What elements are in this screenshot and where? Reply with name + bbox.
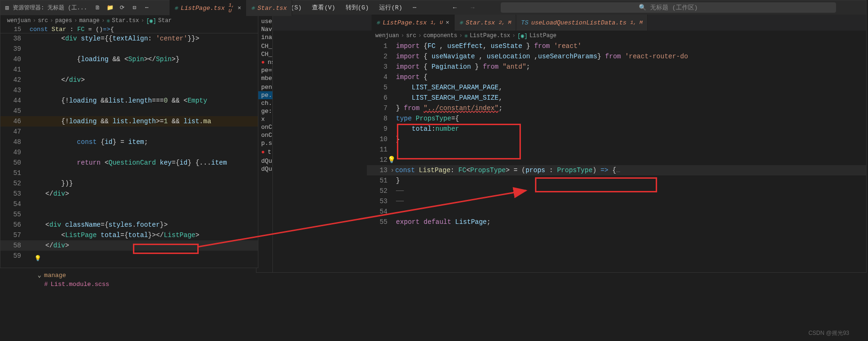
- code-line[interactable]: 5 LIST_SEARCH_PARAM_PAGE,: [367, 82, 866, 93]
- code-line[interactable]: 54: [367, 206, 866, 217]
- more-icon[interactable]: ⋯: [141, 3, 152, 13]
- code-line[interactable]: 53 </div>: [0, 189, 258, 199]
- new-folder-icon[interactable]: 📁: [105, 3, 115, 13]
- code-line[interactable]: 44 {!loading &&list.length===0 && <Empty: [0, 95, 258, 106]
- code-line[interactable]: 52 })}: [0, 178, 258, 189]
- code-line[interactable]: 46 {!loading && list.length>=1 && list.m…: [0, 116, 258, 127]
- code-line[interactable]: 42 </div>: [0, 75, 258, 85]
- code-line[interactable]: 45: [0, 106, 258, 116]
- react-file-icon: ⚛: [251, 4, 255, 12]
- more-icon[interactable]: ⋯: [413, 4, 417, 11]
- tab-star[interactable]: ⚛ Star.tsx: [246, 0, 292, 16]
- left-editor[interactable]: 38 <div style={{textAlign: 'center'}}>39…: [0, 33, 258, 261]
- search-icon: 🔍: [639, 4, 646, 11]
- symbol-icon: [◉]: [518, 32, 528, 40]
- left-tab-row: ⚛ ListPage.tsx 1, U × ⚛ Star.tsx: [170, 0, 292, 16]
- code-line[interactable]: 58 </div>: [0, 240, 258, 251]
- code-line[interactable]: 57 <ListPage total={total}></ListPage>: [0, 230, 258, 240]
- code-line[interactable]: 2import { useNavigate , useLocation ,use…: [367, 51, 866, 62]
- right-editor-pane: 选择(S) 查看(V) 转到(G) 运行(R) ⋯ ← → 🔍 无标题 (工作区…: [272, 0, 867, 273]
- code-line[interactable]: 8type PropsType={: [367, 113, 866, 124]
- code-line[interactable]: 48 const {id} = item;: [0, 137, 258, 147]
- code-line[interactable]: 1import {FC , useEffect, useState } from…: [367, 41, 866, 51]
- annotation-box-propstype: [397, 124, 521, 159]
- code-line[interactable]: 55export default ListPage;: [367, 217, 866, 227]
- code-line[interactable]: 40 {loading && <Spin></Spin>}: [0, 54, 258, 64]
- explorer-title: 资源管理器: 无标题 (工...: [13, 4, 87, 12]
- code-line[interactable]: 51: [0, 168, 258, 178]
- code-line[interactable]: 50 return <QuestionCard key={id} {...ite…: [0, 158, 258, 168]
- new-file-icon[interactable]: 🗎: [93, 3, 103, 13]
- tab-star[interactable]: ⚛ Star.tsx 2, M: [455, 15, 517, 31]
- menu-row: 选择(S) 查看(V) 转到(G) 运行(R) ⋯ ← → 🔍 无标题 (工作区…: [273, 0, 866, 15]
- code-line[interactable]: 13›const ListPage: FC<PropsType> = (prop…: [367, 165, 866, 175]
- symbol-icon: [◉]: [146, 17, 156, 24]
- tab-useloadquestionlistdata[interactable]: TS useLoadQuestionListData.ts 1, M: [516, 15, 648, 31]
- chevron-down-icon[interactable]: ⌄: [38, 271, 41, 279]
- react-file-icon: ⚛: [107, 17, 110, 24]
- react-file-icon: ⚛: [174, 4, 178, 12]
- left-editor-pane: ▤ 资源管理器: 无标题 (工... 🗎 📁 ⟳ ⊟ ⋯ ⚛ ListPage.…: [0, 0, 258, 268]
- annotation-box: [133, 244, 199, 254]
- code-line[interactable]: 56 <div className={styles.footer}>: [0, 220, 258, 230]
- files-icon[interactable]: ▤: [3, 4, 11, 12]
- menu-goto[interactable]: 转到(G): [346, 3, 369, 12]
- react-file-icon: ⚛: [465, 32, 468, 40]
- code-line[interactable]: 54: [0, 199, 258, 209]
- sticky-scroll-line[interactable]: 15 const Star : FC = ()=>{: [0, 26, 258, 33]
- fold-chevron-icon[interactable]: ›: [390, 167, 395, 174]
- code-line[interactable]: 39: [0, 44, 258, 54]
- code-line[interactable]: 41: [0, 64, 258, 75]
- tab-listpage[interactable]: ⚛ ListPage.tsx 1, U ×: [372, 15, 455, 31]
- code-line[interactable]: 3import { Pagination } from "antd";: [367, 62, 866, 72]
- close-icon[interactable]: ×: [238, 5, 241, 12]
- menu-view[interactable]: 查看(V): [312, 3, 335, 12]
- code-line[interactable]: 47: [0, 127, 258, 137]
- code-line[interactable]: 6 LIST_SEARCH_PARAM_SIZE,: [367, 93, 866, 103]
- refresh-icon[interactable]: ⟳: [117, 3, 127, 13]
- file-name[interactable]: List.module.scss: [51, 281, 109, 288]
- file-tree-fragment: ⌄ manage # List.module.scss: [38, 270, 366, 294]
- menu-run[interactable]: 运行(R): [379, 3, 402, 12]
- nav-forward-icon[interactable]: →: [469, 4, 476, 11]
- left-breadcrumb[interactable]: wenjuan› src› pages› manage› ⚛ Star.tsx›…: [0, 16, 258, 26]
- collapse-icon[interactable]: ⊟: [129, 3, 140, 13]
- code-line[interactable]: 49: [0, 147, 258, 158]
- scss-file-icon: #: [44, 281, 48, 288]
- close-icon[interactable]: ×: [446, 19, 450, 26]
- right-editor[interactable]: 1import {FC , useEffect, useState } from…: [273, 41, 866, 227]
- code-line[interactable]: 43: [0, 85, 258, 95]
- code-line[interactable]: 4import {: [367, 72, 866, 82]
- code-line[interactable]: 53: [367, 196, 866, 206]
- folder-name[interactable]: manage: [44, 272, 66, 279]
- right-breadcrumb[interactable]: wenjuan› src› components› ⚛ ListPage.tsx…: [273, 31, 866, 41]
- command-center[interactable]: 🔍 无标题 (工作区): [501, 2, 836, 13]
- code-line[interactable]: 55: [0, 209, 258, 220]
- react-file-icon: ⚛: [376, 19, 380, 26]
- code-line[interactable]: 38 <div style={{textAlign: 'center'}}>: [0, 33, 258, 44]
- lightbulb-icon[interactable]: 💡: [34, 255, 41, 262]
- right-tab-row: ⚛ ListPage.tsx 1, U × ⚛ Star.tsx 2, M TS…: [273, 15, 866, 31]
- nav-back-icon[interactable]: ←: [451, 4, 458, 11]
- react-file-icon: ⚛: [459, 19, 463, 26]
- watermark: CSDN @摇光93: [808, 329, 849, 337]
- annotation-box-signature: [535, 177, 657, 192]
- code-line[interactable]: 7} from "../constant/index";: [367, 103, 866, 113]
- tab-listpage[interactable]: ⚛ ListPage.tsx 1, U ×: [170, 0, 246, 16]
- ts-file-icon: TS: [521, 19, 528, 26]
